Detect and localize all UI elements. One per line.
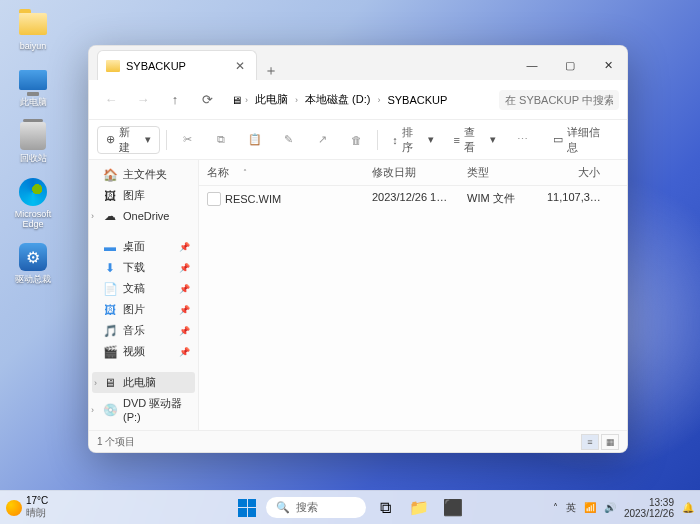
taskbar-weather[interactable]: 17°C 晴朗 — [6, 495, 48, 520]
sidebar-item-home[interactable]: 🏠主文件夹 — [89, 164, 198, 185]
icons-view-button[interactable]: ▦ — [601, 434, 619, 450]
explorer-taskbar-button[interactable]: 📁 — [404, 493, 434, 523]
taskbar: 17°C 晴朗 🔍搜索 ⧉ 📁 ⬛ ˄ 英 📶 🔊 13:39 2023/12/… — [0, 490, 700, 524]
sidebar-item-thispc[interactable]: ›🖥此电脑 — [92, 372, 195, 393]
status-bar: 1 个项目 ≡ ▦ — [89, 430, 627, 452]
more-button[interactable]: ⋯ — [508, 126, 538, 154]
volume-icon[interactable]: 🔊 — [604, 502, 616, 513]
column-name-header[interactable]: 名称 ˄ — [199, 160, 364, 185]
column-size-header[interactable]: 大小 — [539, 160, 609, 185]
pc-icon — [19, 70, 47, 90]
sidebar-label: DVD 驱动器 (P:) — [123, 396, 190, 423]
task-view-button[interactable]: ⧉ — [370, 493, 400, 523]
details-label: 详细信息 — [567, 125, 611, 155]
desktop-icon: ▬ — [103, 240, 117, 254]
paste-button[interactable]: 📋 — [240, 126, 270, 154]
sidebar-label: 音乐 — [123, 323, 145, 338]
pin-icon: 📌 — [179, 326, 190, 336]
forward-button[interactable]: → — [129, 86, 157, 114]
desktop-icon-recyclebin[interactable]: 回收站 — [8, 120, 58, 164]
sidebar-item-gallery[interactable]: 🖼图库 — [89, 185, 198, 206]
start-button[interactable] — [232, 493, 262, 523]
file-date: 2023/12/26 12:09 — [364, 188, 459, 209]
music-icon: 🎵 — [103, 324, 117, 338]
column-type-header[interactable]: 类型 — [459, 160, 539, 185]
cut-button[interactable]: ✂ — [173, 126, 203, 154]
tab-close-button[interactable]: ✕ — [232, 59, 248, 73]
delete-button[interactable]: 🗑 — [342, 126, 372, 154]
toolbar: ⊕ 新建 ▾ ✂ ⧉ 📋 ✎ ↗ 🗑 ↕ 排序 ▾ ≡ 查看 ▾ ⋯ ▭ 详细信… — [89, 120, 627, 160]
desktop-icon-label: Microsoft Edge — [8, 210, 58, 230]
folder-icon — [106, 60, 120, 72]
tab-title: SYBACKUP — [126, 60, 226, 72]
file-list: 名称 ˄ 修改日期 类型 大小 RESC.WIM 2023/12/26 12:0… — [199, 160, 627, 430]
sort-button[interactable]: ↕ 排序 ▾ — [384, 126, 441, 154]
maximize-button[interactable]: ▢ — [551, 50, 589, 80]
sidebar-item-pictures[interactable]: 🖼图片📌 — [89, 299, 198, 320]
view-button[interactable]: ≡ 查看 ▾ — [446, 126, 504, 154]
sidebar-item-downloads[interactable]: ⬇下载📌 — [89, 257, 198, 278]
sidebar-item-desktop[interactable]: ▬桌面📌 — [89, 236, 198, 257]
sidebar-label: OneDrive — [123, 210, 169, 222]
copy-button[interactable]: ⧉ — [206, 126, 236, 154]
new-button[interactable]: ⊕ 新建 ▾ — [97, 126, 160, 154]
tab-sybackup[interactable]: SYBACKUP ✕ — [97, 50, 257, 80]
desktop-icon-label: 驱动总裁 — [15, 275, 51, 285]
recyclebin-icon — [20, 122, 46, 150]
app-taskbar-button[interactable]: ⬛ — [438, 493, 468, 523]
file-explorer-window: SYBACKUP ✕ ＋ — ▢ ✕ ← → ↑ ⟳ 🖥 › 此电脑 › 本地磁… — [88, 45, 628, 453]
pin-icon: 📌 — [179, 347, 190, 357]
video-icon: 🎬 — [103, 345, 117, 359]
sidebar-label: 文稿 — [123, 281, 145, 296]
rename-button[interactable]: ✎ — [274, 126, 304, 154]
sidebar: 🏠主文件夹 🖼图库 ›☁OneDrive ▬桌面📌 ⬇下载📌 📄文稿📌 🖼图片📌… — [89, 160, 199, 430]
up-button[interactable]: ↑ — [161, 86, 189, 114]
home-icon: 🏠 — [103, 168, 117, 182]
file-name: RESC.WIM — [225, 193, 281, 205]
sidebar-label: 下载 — [123, 260, 145, 275]
details-view-button[interactable]: ≡ — [581, 434, 599, 450]
search-input[interactable] — [499, 90, 619, 110]
refresh-button[interactable]: ⟳ — [193, 86, 221, 114]
file-size: 11,107,37... — [539, 188, 609, 209]
pin-icon: 📌 — [179, 284, 190, 294]
back-button[interactable]: ← — [97, 86, 125, 114]
weather-icon — [6, 500, 22, 516]
file-row[interactable]: RESC.WIM 2023/12/26 12:09 WIM 文件 11,107,… — [199, 186, 627, 211]
tray-chevron-icon[interactable]: ˄ — [553, 502, 558, 513]
sidebar-item-dvd[interactable]: ›💿DVD 驱动器 (P:) — [89, 393, 198, 426]
breadcrumb-item[interactable]: 本地磁盘 (D:) — [301, 90, 374, 109]
desktop-icon-edge[interactable]: Microsoft Edge — [8, 176, 58, 230]
desktop-icon-thispc[interactable]: 此电脑 — [8, 64, 58, 108]
notifications-icon[interactable]: 🔔 — [682, 502, 694, 513]
sidebar-item-music[interactable]: 🎵音乐📌 — [89, 320, 198, 341]
sort-label: 排序 — [402, 125, 424, 155]
ime-indicator[interactable]: 英 — [566, 501, 576, 515]
close-button[interactable]: ✕ — [589, 50, 627, 80]
titlebar[interactable]: SYBACKUP ✕ ＋ — ▢ ✕ — [89, 46, 627, 80]
details-pane-button[interactable]: ▭ 详细信息 — [545, 126, 619, 154]
new-tab-button[interactable]: ＋ — [257, 62, 285, 80]
sidebar-item-videos[interactable]: 🎬视频📌 — [89, 341, 198, 362]
sidebar-label: 主文件夹 — [123, 167, 167, 182]
desktop-icon-baiyun[interactable]: baiyun — [8, 8, 58, 52]
minimize-button[interactable]: — — [513, 50, 551, 80]
file-type: WIM 文件 — [459, 188, 539, 209]
breadcrumb[interactable]: 🖥 › 此电脑 › 本地磁盘 (D:) › SYBACKUP — [225, 90, 495, 109]
taskbar-clock[interactable]: 13:39 2023/12/26 — [624, 497, 674, 519]
share-button[interactable]: ↗ — [308, 126, 338, 154]
sidebar-label: 桌面 — [123, 239, 145, 254]
new-label: 新建 — [119, 125, 141, 155]
sidebar-label: 视频 — [123, 344, 145, 359]
edge-icon — [19, 178, 47, 206]
column-date-header[interactable]: 修改日期 — [364, 160, 459, 185]
sidebar-item-documents[interactable]: 📄文稿📌 — [89, 278, 198, 299]
desktop-icon-label: 此电脑 — [20, 98, 47, 108]
sidebar-item-onedrive[interactable]: ›☁OneDrive — [89, 206, 198, 226]
chevron-right-icon: › — [295, 95, 298, 105]
taskbar-search[interactable]: 🔍搜索 — [266, 497, 366, 518]
breadcrumb-item[interactable]: 此电脑 — [251, 90, 292, 109]
desktop-icon-drivertool[interactable]: ⚙ 驱动总裁 — [8, 241, 58, 285]
breadcrumb-item[interactable]: SYBACKUP — [383, 92, 451, 108]
wifi-icon[interactable]: 📶 — [584, 502, 596, 513]
